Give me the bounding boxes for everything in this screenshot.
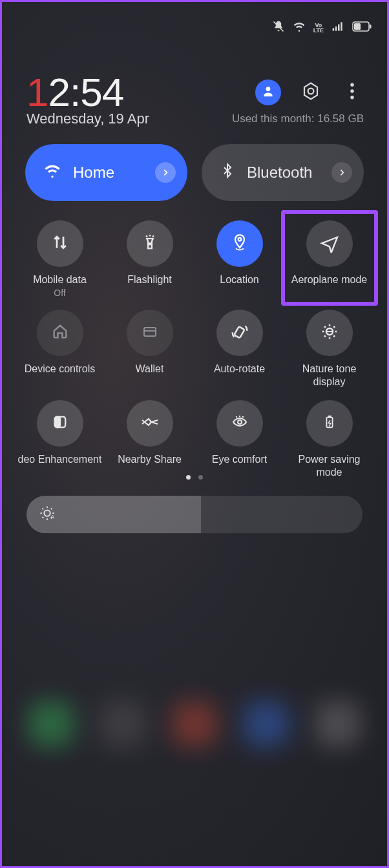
volte-icon: VoLTE — [313, 23, 324, 33]
tile-eye-comfort: Eye comfort — [194, 395, 284, 482]
tile-wallet: Wallet — [105, 304, 194, 391]
tile-label: Location — [220, 273, 259, 286]
flashlight-icon — [141, 233, 159, 255]
tile-location-button[interactable] — [216, 220, 263, 267]
clock-minute: 2:54 — [48, 70, 123, 114]
svg-point-25 — [238, 420, 242, 424]
tile-device-controls: Device controls — [15, 304, 105, 391]
nearby-share-icon — [140, 416, 160, 431]
tile-nearby-share: Nearby Share — [105, 395, 194, 482]
tile-flashlight-button[interactable] — [127, 220, 173, 267]
brightness-fill: A — [26, 496, 201, 533]
settings-button[interactable] — [299, 81, 322, 104]
clock-row: 12:54 — [26, 69, 364, 115]
tile-mobile-data: Mobile data Off — [15, 215, 105, 301]
home-icon — [51, 323, 69, 343]
chevron-right-icon[interactable] — [155, 162, 176, 183]
tile-nature-tone: Nature tone display — [284, 304, 374, 391]
tile-nature-tone-button[interactable] — [306, 310, 353, 356]
arrows-up-down-icon — [50, 233, 70, 255]
quick-pill-row: Home Bluetooth — [25, 144, 364, 201]
svg-point-17 — [149, 243, 150, 244]
bluetooth-pill[interactable]: Bluetooth — [202, 144, 364, 201]
tile-video-enhancement-button[interactable] — [37, 400, 83, 447]
svg-rect-21 — [234, 326, 244, 338]
sun-tone-icon — [320, 322, 339, 344]
mute-icon — [272, 20, 285, 36]
quick-settings-grid: Mobile data Off Flashlight Location Aero… — [15, 215, 374, 482]
svg-rect-3 — [338, 25, 340, 31]
person-icon — [262, 85, 275, 100]
svg-point-11 — [350, 83, 353, 86]
rotate-icon — [230, 322, 249, 344]
tile-auto-rotate-button[interactable] — [216, 310, 263, 356]
tile-label: Flashlight — [127, 273, 171, 286]
clock-hour: 1 — [26, 70, 48, 114]
tile-device-controls-button[interactable] — [37, 310, 83, 356]
status-bar: VoLTE — [2, 2, 387, 41]
svg-line-15 — [146, 236, 147, 237]
gear-icon — [301, 81, 321, 103]
svg-point-8 — [266, 87, 271, 91]
tile-video-enhancement: deo Enhancement — [15, 395, 105, 482]
svg-text:A: A — [51, 514, 55, 520]
svg-rect-2 — [335, 26, 337, 31]
tile-label: Nearby Share — [118, 453, 182, 466]
wallet-icon — [141, 324, 159, 342]
wifi-icon — [43, 162, 61, 184]
svg-point-31 — [44, 510, 50, 516]
tile-wallet-button[interactable] — [127, 310, 173, 356]
user-profile-button[interactable] — [255, 79, 281, 105]
brightness-slider[interactable]: A — [26, 496, 363, 533]
svg-point-18 — [238, 238, 241, 241]
signal-icon — [331, 20, 344, 36]
blurred-dock — [2, 685, 387, 763]
tile-mobile-data-button[interactable] — [37, 220, 83, 267]
tile-aeroplane-mode-button[interactable] — [306, 220, 353, 267]
tile-auto-rotate: Auto-rotate — [194, 304, 284, 391]
page-dot-active — [186, 475, 191, 480]
svg-point-13 — [350, 96, 353, 99]
wifi-pill[interactable]: Home — [25, 144, 187, 201]
more-options-button[interactable] — [341, 81, 364, 104]
tile-label: Aeroplane mode — [291, 273, 367, 286]
svg-rect-1 — [333, 28, 335, 31]
eye-icon — [229, 414, 250, 432]
svg-line-16 — [152, 236, 154, 237]
tile-eye-comfort-button[interactable] — [216, 400, 263, 447]
tile-label: Mobile data — [33, 273, 87, 286]
svg-rect-19 — [144, 328, 156, 336]
tile-flashlight: Flashlight — [105, 215, 194, 301]
tile-location: Location — [194, 215, 284, 301]
tile-label: Auto-rotate — [214, 363, 265, 376]
svg-rect-6 — [354, 23, 361, 30]
page-dot-inactive — [198, 475, 203, 480]
wifi-label: Home — [73, 164, 114, 182]
tile-label: deo Enhancement — [18, 453, 102, 466]
tile-aeroplane-mode: Aeroplane mode — [284, 215, 374, 301]
battery-icon — [352, 21, 372, 34]
bluetooth-label: Bluetooth — [247, 164, 312, 182]
brightness-auto-icon: A — [38, 504, 56, 525]
page-indicator[interactable] — [2, 475, 387, 480]
tile-label: Eye comfort — [212, 453, 267, 466]
battery-bolt-icon — [322, 412, 337, 435]
square-half-icon — [51, 413, 69, 434]
location-icon — [231, 233, 249, 255]
data-usage[interactable]: Used this month: 16.58 GB — [232, 112, 364, 125]
svg-rect-7 — [370, 25, 372, 28]
svg-point-10 — [308, 88, 314, 94]
tile-power-saving: Power saving mode — [284, 395, 374, 482]
tile-power-saving-button[interactable] — [306, 400, 353, 447]
tile-label: Wallet — [136, 363, 164, 376]
svg-rect-24 — [54, 417, 59, 427]
airplane-icon — [319, 232, 340, 255]
date-text: Wednesday, 19 Apr — [26, 111, 149, 127]
chevron-right-icon[interactable] — [331, 162, 352, 183]
svg-marker-9 — [304, 83, 317, 99]
svg-rect-4 — [341, 22, 342, 30]
tile-sub: Off — [54, 288, 65, 298]
svg-rect-30 — [328, 416, 331, 418]
more-vert-icon — [350, 83, 355, 102]
tile-nearby-share-button[interactable] — [127, 400, 173, 447]
